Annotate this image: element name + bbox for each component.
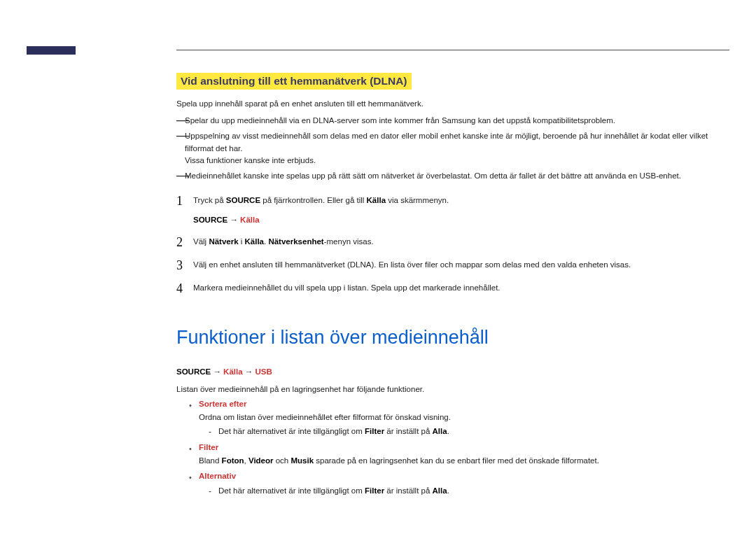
keyword-musik: Musik	[290, 456, 314, 465]
text-fragment: på fjärrkontrollen. Eller gå till	[260, 196, 366, 204]
text-fragment: via skärmmenyn.	[386, 196, 449, 204]
sub-note-text: Det här alternativet är inte tillgänglig…	[218, 485, 449, 498]
bullet-head: • Filter	[189, 443, 729, 455]
text-fragment: Tryck på	[193, 196, 226, 204]
main-intro: Listan över medieinnehåll på en lagrings…	[176, 383, 729, 395]
text-fragment: är inställt på	[384, 427, 432, 435]
bullet-dot-icon: •	[189, 472, 199, 484]
step-text: Markera medieinnehållet du vill spela up…	[193, 282, 729, 294]
dash-note: ― Uppspelning av visst medieinnehåll som…	[176, 130, 729, 167]
path-kalla: Källa	[223, 367, 243, 376]
source-path: SOURCE → Källa	[193, 214, 729, 226]
bullet-dot-icon: •	[189, 443, 199, 455]
bullet-dot-icon: •	[189, 400, 199, 412]
bullet-list: • Sortera efter Ordna om listan över med…	[189, 400, 729, 498]
keyword-natverk: Nätverk	[209, 237, 238, 246]
page-content: Vid anslutning till ett hemmanätverk (DL…	[176, 73, 729, 502]
text-fragment: Välj	[193, 237, 209, 246]
path-source: SOURCE	[176, 367, 211, 376]
keyword-videor: Videor	[248, 456, 274, 465]
step-number: 3	[176, 259, 193, 272]
text-fragment: Det här alternativet är inte tillgänglig…	[218, 486, 365, 495]
bullet-item: • Filter Bland Foton, Videor och Musik s…	[189, 443, 729, 468]
text-fragment: Det här alternativet är inte tillgänglig…	[218, 427, 365, 435]
path-arrow: →	[211, 367, 223, 376]
section-intro: Spela upp innehåll sparat på en enhet an…	[176, 99, 729, 108]
dash-note: ― Spelar du upp medieinnehåll via en DLN…	[176, 115, 729, 127]
step-text: Tryck på SOURCE på fjärrkontrollen. Elle…	[193, 195, 729, 226]
step-row: 4 Markera medieinnehållet du vill spela …	[176, 282, 729, 295]
dash-icon: ―	[176, 115, 185, 127]
dash-icon: ―	[176, 130, 185, 167]
keyword-filter: Filter	[365, 427, 384, 435]
bullet-item: • Alternativ - Det här alternativet är i…	[189, 472, 729, 498]
keyword-alla: Alla	[433, 486, 447, 495]
keyword-alla: Alla	[433, 427, 447, 435]
sub-dash-icon: -	[209, 426, 218, 439]
bullet-sub-note: - Det här alternativet är inte tillgängl…	[209, 485, 729, 498]
bullet-sub-note: - Det här alternativet är inte tillgängl…	[209, 426, 729, 439]
dash-note: ― Medieinnehållet kanske inte spelas upp…	[176, 170, 729, 182]
main-heading: Funktioner i listan över medieinnehåll	[176, 327, 729, 349]
step-text: Välj Nätverk i Källa. Nätverksenhet-meny…	[193, 236, 729, 248]
keyword-filter: Filter	[365, 486, 384, 495]
keyword-foton: Foton	[222, 456, 244, 465]
path-arrow: →	[227, 216, 240, 224]
sub-note-text: Det här alternativet är inte tillgänglig…	[218, 426, 449, 439]
path-kalla: Källa	[240, 216, 260, 224]
step-row: 3 Välj en enhet ansluten till hemmanätve…	[176, 259, 729, 272]
step-number: 4	[176, 282, 193, 295]
bullet-item: • Sortera efter Ordna om listan över med…	[189, 400, 729, 438]
path-arrow: →	[243, 367, 255, 376]
step-row: 1 Tryck på SOURCE på fjärrkontrollen. El…	[176, 195, 729, 226]
keyword-kalla: Källa	[245, 237, 265, 246]
step-row: 2 Välj Nätverk i Källa. Nätverksenhet-me…	[176, 236, 729, 249]
keyword-kalla: Källa	[367, 196, 386, 204]
dash-note-text: Medieinnehållet kanske inte spelas upp p…	[185, 170, 729, 182]
section-title: Vid anslutning till ett hemmanätverk (DL…	[176, 73, 412, 90]
text-fragment: är inställt på	[384, 486, 432, 495]
main-source-path: SOURCE → Källa → USB	[176, 365, 729, 378]
step-text: Välj en enhet ansluten till hemmanätverk…	[193, 259, 729, 271]
text-fragment: och	[274, 456, 291, 465]
header-accent-bar	[27, 46, 76, 55]
step-number: 2	[176, 236, 193, 249]
path-usb: USB	[255, 367, 272, 376]
dash-icon: ―	[176, 170, 185, 182]
bullet-desc: Bland Foton, Videor och Musik sparade på…	[199, 455, 729, 468]
bullet-head: • Sortera efter	[189, 400, 729, 412]
keyword-natverksenhet: Nätverksenhet	[268, 237, 323, 246]
keyword-source: SOURCE	[226, 196, 260, 204]
bullet-desc: Ordna om listan över medieinnehållet eft…	[199, 412, 729, 424]
text-fragment: sparade på en lagringsenhet kan du se en…	[314, 456, 599, 465]
dash-note-line1: Uppspelning av visst medieinnehåll som d…	[185, 132, 708, 152]
text-fragment: Bland	[199, 456, 222, 465]
dash-note-text: Uppspelning av visst medieinnehåll som d…	[185, 130, 729, 167]
dash-note-list: ― Spelar du upp medieinnehåll via en DLN…	[176, 115, 729, 182]
text-fragment: -menyn visas.	[324, 237, 374, 246]
bullet-title: Alternativ	[199, 472, 236, 480]
dash-note-line2: Vissa funktioner kanske inte erbjuds.	[185, 156, 316, 164]
sub-dash-icon: -	[209, 485, 218, 498]
step-number: 1	[176, 195, 193, 208]
text-fragment: .	[447, 486, 449, 495]
bullet-head: • Alternativ	[189, 472, 729, 484]
header-rule	[176, 50, 729, 50]
path-source: SOURCE	[193, 216, 227, 224]
text-fragment: i	[239, 237, 245, 246]
text-fragment: .	[447, 427, 449, 435]
bullet-title: Sortera efter	[199, 400, 246, 408]
bullet-title: Filter	[199, 443, 218, 451]
numbered-steps: 1 Tryck på SOURCE på fjärrkontrollen. El…	[176, 195, 729, 295]
dash-note-text: Spelar du upp medieinnehåll via en DLNA-…	[185, 115, 729, 127]
